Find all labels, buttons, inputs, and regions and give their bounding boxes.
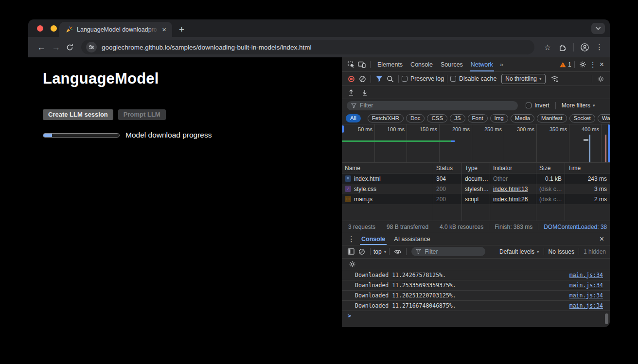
throttling-dropdown[interactable]: No throttling ▾ (501, 74, 545, 84)
network-overview-timeline[interactable]: 50 ms 100 ms 150 ms 200 ms 250 ms 300 ms… (342, 124, 610, 163)
create-llm-session-button[interactable]: Create LLM session (43, 109, 113, 120)
console-scrollbar-thumb[interactable] (605, 313, 608, 324)
chip-wasm[interactable]: Wasm (598, 114, 610, 122)
site-settings-icon[interactable] (86, 42, 97, 52)
import-har-button[interactable] (346, 87, 356, 97)
funnel-icon (351, 103, 356, 108)
devtools-menu-icon[interactable]: ⋮ (589, 60, 597, 69)
column-size[interactable]: Size (536, 163, 565, 173)
network-filter-input[interactable]: Filter (347, 101, 518, 110)
column-type[interactable]: Type (462, 163, 490, 173)
overview-range-handle-right[interactable] (608, 124, 610, 163)
context-selector-dropdown[interactable]: top ▾ (373, 248, 386, 255)
request-type-chips: All Fetch/XHR Doc CSS JS Font Img Media … (342, 112, 610, 124)
bookmark-star-icon[interactable]: ☆ (544, 43, 551, 52)
prompt-llm-button[interactable]: Prompt LLM (118, 109, 166, 120)
console-sidebar-toggle-button[interactable] (346, 247, 356, 257)
eye-icon (394, 249, 402, 255)
chip-all[interactable]: All (346, 114, 361, 122)
tick-label: 50 ms (358, 126, 372, 132)
console-settings-button[interactable] (347, 259, 357, 269)
record-network-log-button[interactable] (348, 76, 354, 82)
forward-button[interactable]: → (49, 42, 63, 52)
initiator-link[interactable]: index.html:26 (493, 196, 528, 203)
browser-menu-icon[interactable]: ⋮ (596, 43, 603, 52)
initiator-link[interactable]: index.html:13 (493, 186, 528, 192)
table-row[interactable]: ≡index.html 304 docum… Other 0.1 kB 243 … (342, 173, 610, 184)
inspect-cursor-icon (348, 61, 355, 68)
wifi-gear-icon (550, 75, 559, 82)
chip-fetch-xhr[interactable]: Fetch/XHR (368, 114, 404, 122)
tab-console[interactable]: Console (407, 57, 437, 71)
network-conditions-button[interactable] (549, 74, 560, 84)
close-window-button[interactable] (37, 25, 43, 32)
hidden-messages-count[interactable]: 1 hidden (584, 248, 606, 255)
profile-avatar-icon[interactable] (580, 43, 589, 52)
clear-network-log-button[interactable] (357, 74, 368, 84)
column-initiator[interactable]: Initiator (490, 163, 536, 173)
table-row[interactable]: /style.css 200 stylesh… index.html:13 (d… (342, 184, 348, 194)
live-expression-button[interactable] (392, 247, 403, 257)
tab-close-icon[interactable]: × (160, 25, 168, 34)
network-settings-button[interactable] (595, 74, 606, 84)
tab-sources[interactable]: Sources (437, 57, 467, 71)
drawer-close-icon[interactable]: × (597, 235, 607, 243)
tick-label: 100 ms (387, 126, 405, 132)
chip-img[interactable]: Img (490, 114, 508, 122)
console-source-link[interactable]: main.js:34 (569, 282, 603, 289)
reload-icon (66, 43, 74, 52)
divider (592, 75, 592, 83)
chip-manifest[interactable]: Manifest (537, 114, 567, 122)
minimize-window-button[interactable] (51, 25, 57, 32)
disable-cache-checkbox[interactable] (450, 76, 456, 82)
chip-js[interactable]: JS (450, 114, 465, 122)
issues-counter[interactable]: No Issues (549, 248, 574, 255)
console-filter-input[interactable]: Filter (411, 247, 485, 256)
console-prompt[interactable]: > (342, 311, 610, 321)
device-toolbar-button[interactable] (356, 60, 367, 69)
address-bar[interactable]: googlechrome.github.io/samples/downloadi… (81, 40, 534, 54)
chevron-down-icon (595, 27, 601, 31)
column-status[interactable]: Status (433, 163, 462, 173)
column-time[interactable]: Time (565, 163, 610, 173)
overview-range-handle-left[interactable] (342, 125, 344, 133)
devtools-close-icon[interactable]: × (597, 60, 607, 69)
export-har-button[interactable] (359, 87, 370, 97)
preserve-log-checkbox[interactable] (402, 76, 408, 82)
more-filters-dropdown[interactable]: More filters ▾ (562, 102, 595, 109)
back-button[interactable]: ← (34, 42, 49, 52)
tab-elements[interactable]: Elements (373, 57, 407, 71)
chip-doc[interactable]: Doc (406, 114, 425, 122)
extensions-puzzle-icon[interactable] (558, 43, 567, 52)
console-source-link[interactable]: main.js:34 (569, 272, 603, 278)
divider (579, 248, 579, 255)
chip-font[interactable]: Font (468, 114, 488, 122)
new-tab-button[interactable]: + (179, 25, 184, 34)
chip-css[interactable]: CSS (427, 114, 447, 122)
network-search-button[interactable] (385, 74, 395, 84)
drawer-tab-ai-assistance[interactable]: AI assistance (390, 233, 434, 245)
browser-tab[interactable]: LanguageModel downloadpro × (59, 22, 172, 37)
tab-network[interactable]: Network (467, 57, 497, 71)
drawer-menu-icon[interactable]: ⋮ (348, 235, 355, 243)
column-name[interactable]: Name (342, 163, 433, 173)
invert-label: Invert (534, 102, 549, 109)
drawer-tab-console[interactable]: Console (357, 233, 390, 245)
console-source-link[interactable]: main.js:34 (569, 292, 603, 299)
warning-triangle-icon (560, 62, 566, 68)
table-row[interactable]: □main.js 200 script index.html:26 (disk … (342, 194, 610, 204)
chip-socket[interactable]: Socket (569, 114, 595, 122)
console-source-link[interactable]: main.js:34 (569, 302, 603, 309)
inspect-element-button[interactable] (346, 60, 356, 69)
document-file-icon: ≡ (345, 175, 351, 182)
devtools-settings-button[interactable] (578, 60, 588, 69)
log-levels-dropdown[interactable]: Default levels ▾ (499, 248, 539, 255)
invert-checkbox[interactable] (526, 103, 532, 108)
reload-button[interactable] (66, 43, 74, 52)
chip-media[interactable]: Media (511, 114, 534, 122)
more-tabs-icon[interactable]: » (497, 61, 506, 68)
issues-warning-badge[interactable]: 1 (560, 61, 571, 68)
tab-search-chevron-button[interactable] (591, 23, 605, 34)
filter-toggle-button[interactable] (374, 74, 385, 84)
clear-console-button[interactable] (356, 247, 367, 257)
